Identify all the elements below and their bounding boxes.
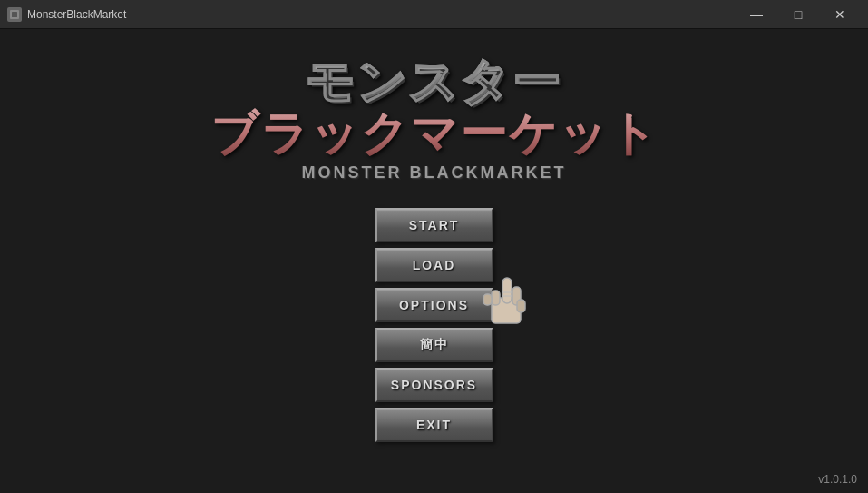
svg-rect-7 xyxy=(517,300,525,312)
titlebar-controls: — □ ✕ xyxy=(736,0,861,29)
start-button[interactable]: START xyxy=(375,208,493,242)
logo-english: MONSTER BLACKMARKET xyxy=(302,163,567,182)
language-button[interactable]: 簡中 xyxy=(375,328,493,362)
logo-japanese-line2: ブラックマーケット xyxy=(210,108,658,160)
close-button[interactable]: ✕ xyxy=(819,0,861,29)
svg-rect-3 xyxy=(502,278,512,303)
load-button[interactable]: LOAD xyxy=(375,248,493,282)
svg-rect-4 xyxy=(512,287,521,305)
titlebar-left: MonsterBlackMarket xyxy=(7,7,126,22)
svg-rect-2 xyxy=(492,298,521,323)
sponsors-button[interactable]: SPONSORS xyxy=(375,368,493,402)
menu-buttons: START LOAD OPTIONS 簡中 SPONSORS EXIT xyxy=(375,208,493,442)
logo-container: モンスター ブラックマーケット MONSTER BLACKMARKET xyxy=(210,56,658,182)
app-icon xyxy=(7,7,22,22)
main-content: モンスター ブラックマーケット MONSTER BLACKMARKET STAR… xyxy=(0,29,868,493)
exit-button[interactable]: EXIT xyxy=(375,408,493,442)
version-text: v1.0.1.0 xyxy=(818,473,857,486)
titlebar: MonsterBlackMarket — □ ✕ xyxy=(0,0,868,29)
svg-rect-1 xyxy=(12,12,17,17)
titlebar-title: MonsterBlackMarket xyxy=(27,8,126,21)
options-button[interactable]: OPTIONS xyxy=(375,288,493,322)
minimize-button[interactable]: — xyxy=(736,0,777,29)
logo-japanese-line1: モンスター xyxy=(306,56,563,108)
maximize-button[interactable]: □ xyxy=(777,0,819,29)
